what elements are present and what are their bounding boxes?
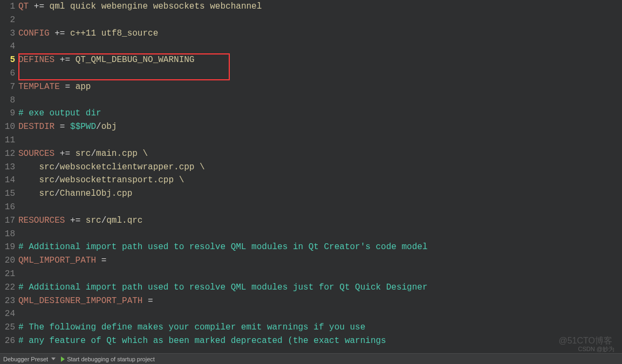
token-kw: TEMPLATE — [18, 82, 60, 92]
token-txt: main.cpp \ — [96, 149, 148, 159]
token-txt: QT_QML_DEBUG_NO_WARNING — [70, 55, 194, 65]
code-line[interactable]: 1QT += qml quick webengine websockets we… — [0, 0, 622, 13]
code-line[interactable]: 25# The following define makes your comp… — [0, 321, 622, 334]
token-txt — [60, 82, 65, 92]
code-content[interactable]: # exe output dir — [18, 107, 622, 120]
line-number: 11 — [0, 134, 18, 147]
code-line[interactable]: 14 src/websockettransport.cpp \ — [0, 174, 622, 187]
code-line[interactable]: 12SOURCES += src/main.cpp \ — [0, 147, 622, 161]
token-txt: obj — [101, 122, 117, 132]
code-content[interactable]: src/websocketclientwrapper.cpp \ — [18, 161, 622, 174]
code-line[interactable]: 15 src/ChannelObj.cpp — [0, 187, 622, 201]
token-op: = — [65, 82, 70, 92]
code-line[interactable]: 2 — [0, 13, 622, 27]
dropdown-icon — [51, 358, 56, 360]
token-txt: qml.qrc — [106, 216, 142, 225]
statusbar-debugger-preset[interactable]: Debugger Preset — [3, 356, 56, 362]
code-line[interactable]: 22# Additional import path used to resol… — [0, 281, 622, 294]
code-content[interactable]: # The following define makes your compil… — [18, 321, 622, 334]
token-txt: src — [18, 175, 54, 185]
line-number: 17 — [0, 214, 18, 228]
code-line[interactable]: 19# Additional import path used to resol… — [0, 241, 622, 254]
code-content[interactable]: RESOURCES += src/qml.qrc — [18, 214, 622, 228]
code-line[interactable]: 4 — [0, 40, 622, 53]
line-number: 6 — [0, 67, 18, 80]
line-number: 12 — [0, 147, 18, 161]
code-line[interactable]: 13 src/websocketclientwrapper.cpp \ — [0, 161, 622, 174]
token-kw: DESTDIR — [18, 122, 54, 132]
token-txt: src — [18, 162, 54, 172]
token-txt: src — [70, 149, 91, 159]
code-content[interactable]: src/websockettransport.cpp \ — [18, 174, 622, 187]
token-slash: / — [101, 216, 107, 225]
token-txt: websocketclientwrapper.cpp \ — [60, 162, 205, 172]
token-op: += — [70, 216, 80, 225]
token-txt — [29, 2, 34, 11]
token-slash: / — [96, 122, 101, 132]
token-txt — [54, 149, 60, 159]
token-txt: ChannelObj.cpp — [60, 189, 132, 198]
line-number: 24 — [0, 307, 18, 321]
code-line[interactable]: 7TEMPLATE = app — [0, 80, 622, 94]
token-kw: DEFINES — [18, 55, 54, 65]
token-slash: / — [91, 149, 96, 159]
code-line[interactable]: 5DEFINES += QT_QML_DEBUG_NO_WARNING — [0, 53, 622, 67]
code-content[interactable]: DESTDIR = $$PWD/obj — [18, 120, 622, 134]
token-kw: SOURCES — [18, 149, 54, 159]
line-number: 18 — [0, 228, 18, 241]
statusbar-start-debugging[interactable]: Start debugging of startup project — [61, 356, 155, 362]
code-line[interactable]: 10DESTDIR = $$PWD/obj — [0, 120, 622, 134]
token-kw: QML_IMPORT_PATH — [18, 256, 96, 265]
code-content[interactable]: # Additional import path used to resolve… — [18, 281, 622, 294]
code-content[interactable]: # any feature of Qt which as been marked… — [18, 334, 622, 347]
play-icon — [61, 356, 65, 362]
line-number: 1 — [0, 0, 18, 13]
code-line[interactable]: 3CONFIG += c++11 utf8_source — [0, 27, 622, 40]
code-line[interactable]: 24 — [0, 307, 622, 321]
line-number: 23 — [0, 294, 18, 308]
line-number: 22 — [0, 281, 18, 294]
token-cmt: # The following define makes your compil… — [18, 322, 365, 332]
token-cmt: # any feature of Qt which as been marked… — [18, 336, 386, 346]
code-line[interactable]: 21 — [0, 267, 622, 281]
token-op: += — [60, 149, 70, 159]
token-txt: src — [80, 216, 101, 225]
line-number: 14 — [0, 174, 18, 187]
token-cmt: # exe output dir — [18, 108, 101, 118]
token-cmt: # Additional import path used to resolve… — [18, 283, 428, 292]
token-txt — [142, 296, 148, 306]
line-number: 26 — [0, 334, 18, 347]
code-line[interactable]: 20QML_IMPORT_PATH = — [0, 254, 622, 267]
code-content[interactable]: QML_DESIGNER_IMPORT_PATH = — [18, 294, 622, 308]
code-line[interactable]: 8 — [0, 94, 622, 107]
line-number: 8 — [0, 94, 18, 107]
code-line[interactable]: 17RESOURCES += src/qml.qrc — [0, 214, 622, 228]
code-line[interactable]: 16 — [0, 201, 622, 214]
code-content[interactable]: # Additional import path used to resolve… — [18, 241, 622, 254]
code-content[interactable]: QT += qml quick webengine websockets web… — [18, 0, 622, 13]
code-line[interactable]: 23QML_DESIGNER_IMPORT_PATH = — [0, 294, 622, 308]
token-kw: RESOURCES — [18, 216, 65, 225]
code-line[interactable]: 18 — [0, 228, 622, 241]
line-number: 19 — [0, 241, 18, 254]
token-txt: websockettransport.cpp \ — [60, 175, 184, 185]
code-content[interactable]: SOURCES += src/main.cpp \ — [18, 147, 622, 161]
code-content[interactable]: TEMPLATE = app — [18, 80, 622, 94]
token-txt: app — [70, 82, 91, 92]
code-content[interactable]: CONFIG += c++11 utf8_source — [18, 27, 622, 40]
token-kw: QML_DESIGNER_IMPORT_PATH — [18, 296, 142, 306]
code-line[interactable]: 9# exe output dir — [0, 107, 622, 120]
code-line[interactable]: 26# any feature of Qt which as been mark… — [0, 334, 622, 347]
token-op: = — [60, 122, 65, 132]
token-txt: qml quick webengine websockets webchanne… — [44, 2, 262, 11]
token-kw: CONFIG — [18, 29, 50, 38]
line-number: 10 — [0, 120, 18, 134]
line-number: 15 — [0, 187, 18, 201]
code-content[interactable]: QML_IMPORT_PATH = — [18, 254, 622, 267]
line-number: 25 — [0, 321, 18, 334]
code-editor[interactable]: 1QT += qml quick webengine websockets we… — [0, 0, 622, 347]
code-line[interactable]: 6 — [0, 67, 622, 80]
code-line[interactable]: 11 — [0, 134, 622, 147]
code-content[interactable]: DEFINES += QT_QML_DEBUG_NO_WARNING — [18, 53, 622, 67]
code-content[interactable]: src/ChannelObj.cpp — [18, 187, 622, 201]
